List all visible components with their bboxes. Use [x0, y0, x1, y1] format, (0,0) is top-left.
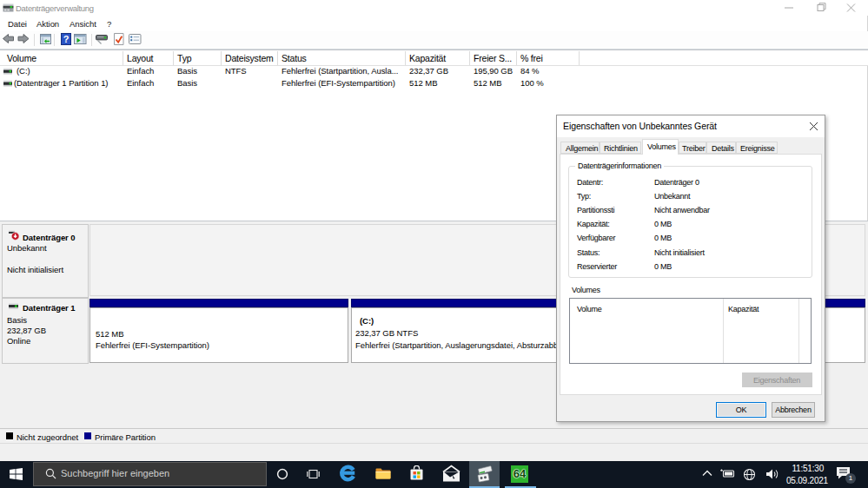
svg-text:?: ? — [63, 34, 70, 44]
